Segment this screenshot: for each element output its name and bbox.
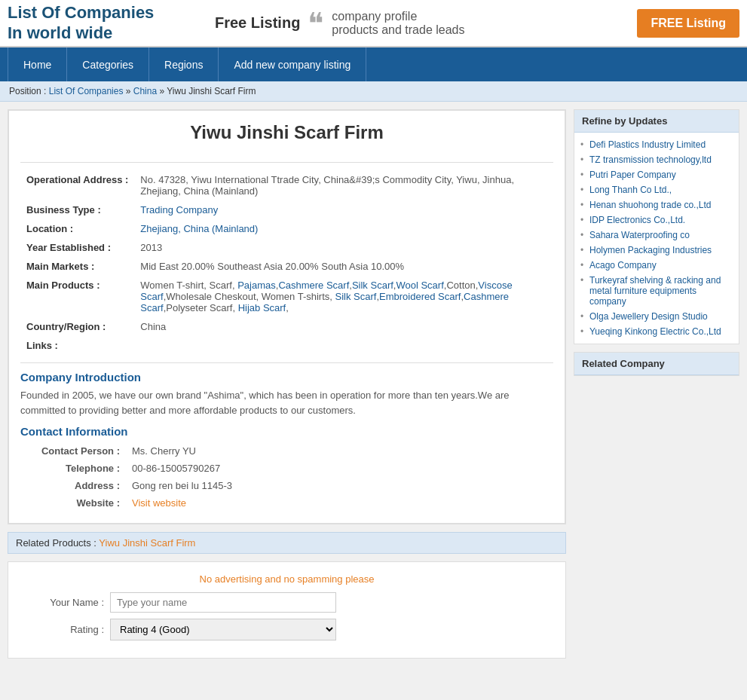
related-products-label: Related Products : [16,537,96,549]
rating-field-label: Rating : [20,624,110,635]
product-link-hijab[interactable]: Hijab Scarf [238,302,286,313]
refine-link-2[interactable]: Putri Paper Company [589,170,676,180]
logo-text: List Of Companies In world wide [8,3,200,43]
nav-regions[interactable]: Regions [149,47,219,81]
no-spam-notice: No advertising and no spamming please [20,573,554,585]
refine-link-10[interactable]: Olga Jewellery Design Studio [589,311,708,322]
header: List Of Companies In world wide Free Lis… [0,0,747,47]
product-link-cashmere[interactable]: Cashmere Scarf [278,280,349,291]
free-listing-button[interactable]: FREE Listing [637,9,739,38]
rating-select[interactable]: Rating 4 (Good) Rating 1 (Poor) Rating 2… [110,619,336,640]
contact-telephone-value: 00-86-15005790267 [126,460,553,477]
contact-person-value: Ms. Cherry YU [126,442,553,460]
product-link-wool[interactable]: Wool Scarf [396,280,443,291]
address-value: No. 47328, Yiwu International Ttrade Cit… [134,170,553,200]
refine-link-7[interactable]: Holymen Packaging Industries [589,245,712,255]
info-row-country: Country/Region : China [20,317,553,336]
country-value: China [134,317,553,336]
refine-link-9[interactable]: Turkeyraf shelving & racking and metal f… [589,275,721,307]
intro-text: Founded in 2005, we have our own brand "… [20,388,553,417]
company-detail-panel: Yiwu Jinshi Scarf Firm Operational Addre… [8,109,566,524]
refine-link-3[interactable]: Long Thanh Co Ltd., [589,185,672,195]
quote-icon: ❝ [308,8,324,38]
business-type-value: Trading Company [134,200,553,219]
refine-item-8: Acago Company [574,258,739,273]
contact-table: Contact Person : Ms. Cherry YU Telephone… [20,442,553,512]
product-link-silk[interactable]: Silk Scarf [352,280,393,291]
related-company-box: Related Company [574,352,739,376]
tagline: company profile products and trade leads [332,10,464,37]
refine-item-5: IDP Electronics Co.,Ltd. [574,212,739,228]
form-row-name: Your Name : [20,592,554,613]
country-label: Country/Region : [20,317,134,336]
links-label: Links : [20,336,134,355]
year-label: Year Established : [20,238,134,257]
refine-link-11[interactable]: Yueqing Kinkong Electric Co.,Ltd [589,326,721,337]
contact-website-label: Website : [20,494,126,512]
refine-link-4[interactable]: Henan shuohong trade co.,Ltd [589,200,711,210]
company-content: Yiwu Jinshi Scarf Firm Operational Addre… [8,110,565,524]
refine-header: Refine by Updates [574,110,739,133]
breadcrumb-current: Yiwu Jinshi Scarf Firm [167,86,256,96]
free-listing-area: Free Listing ❝ company profile products … [200,8,637,38]
refine-link-6[interactable]: Sahara Waterproofing co [589,230,690,240]
main-layout: Yiwu Jinshi Scarf Firm Operational Addre… [0,102,747,666]
refine-item-0: Defi Plastics Industry Limited [574,137,739,152]
company-info-table: Operational Address : No. 47328, Yiwu In… [20,170,553,355]
free-listing-label: Free Listing [215,14,300,32]
refine-link-0[interactable]: Defi Plastics Industry Limited [589,139,706,150]
sidebar: Refine by Updates Defi Plastics Industry… [574,109,739,659]
logo-area: List Of Companies In world wide [8,3,200,43]
info-row-location: Location : Zhejiang, China (Mainland) [20,219,553,238]
refine-list: Defi Plastics Industry LimitedTZ transmi… [574,133,739,344]
nav-home[interactable]: Home [8,47,67,81]
refine-link-8[interactable]: Acago Company [589,260,657,271]
business-type-label: Business Type : [20,200,134,219]
navigation: Home Categories Regions Add new company … [0,47,747,81]
related-products-bar: Related Products : Yiwu Jinshi Scarf Fir… [8,532,566,554]
info-row-links: Links : [20,336,553,355]
breadcrumb-label: Position : [9,86,46,96]
refine-item-1: TZ transmission technology,ltd [574,152,739,167]
contact-row-address: Address : Gong ren bei lu 1145-3 [20,477,553,494]
product-link-pajamas[interactable]: Pajamas [237,280,276,291]
breadcrumb-link-companies[interactable]: List Of Companies [49,86,124,96]
product-link-embroidered[interactable]: Embroidered Scarf [379,291,461,302]
location-label: Location : [20,219,134,238]
refine-item-2: Putri Paper Company [574,167,739,182]
refine-item-9: Turkeyraf shelving & racking and metal f… [574,273,739,309]
related-products-link[interactable]: Yiwu Jinshi Scarf Firm [99,537,195,549]
refine-item-7: Holymen Packaging Industries [574,243,739,258]
links-value [134,336,553,355]
info-row-year: Year Established : 2013 [20,238,553,257]
contact-address-value: Gong ren bei lu 1145-3 [126,477,553,494]
nav-add-company[interactable]: Add new company listing [219,47,366,81]
refine-item-11: Yueqing Kinkong Electric Co.,Ltd [574,324,739,339]
refine-item-4: Henan shuohong trade co.,Ltd [574,197,739,212]
form-row-rating: Rating : Rating 4 (Good) Rating 1 (Poor)… [20,619,554,640]
refine-link-1[interactable]: TZ transmission technology,ltd [589,154,712,165]
name-input[interactable] [110,592,336,613]
refine-item-6: Sahara Waterproofing co [574,228,739,243]
nav-categories[interactable]: Categories [67,47,149,81]
refine-item-3: Long Thanh Co Ltd., [574,182,739,197]
contact-person-label: Contact Person : [20,442,126,460]
intro-title: Company Introduction [20,371,553,384]
address-label: Operational Address : [20,170,134,200]
breadcrumb: Position : List Of Companies » China » Y… [0,81,747,102]
visit-website-link[interactable]: Visit website [132,497,186,509]
contact-website-value: Visit website [126,494,553,512]
product-link-silk2[interactable]: Silk Scarf [335,291,377,302]
refine-link-5[interactable]: IDP Electronics Co.,Ltd. [589,215,685,225]
refine-box: Refine by Updates Defi Plastics Industry… [574,109,739,344]
company-title: Yiwu Jinshi Scarf Firm [20,122,553,151]
comment-form: No advertising and no spamming please Yo… [8,561,566,659]
breadcrumb-link-china[interactable]: China [133,86,157,96]
products-value: Women T-shirt, Scarf, Pajamas,Cashmere S… [134,276,553,317]
name-field-label: Your Name : [20,597,110,608]
contact-row-person: Contact Person : Ms. Cherry YU [20,442,553,460]
contact-row-telephone: Telephone : 00-86-15005790267 [20,460,553,477]
info-row-business-type: Business Type : Trading Company [20,200,553,219]
related-company-header: Related Company [574,353,739,375]
contact-address-label: Address : [20,477,126,494]
